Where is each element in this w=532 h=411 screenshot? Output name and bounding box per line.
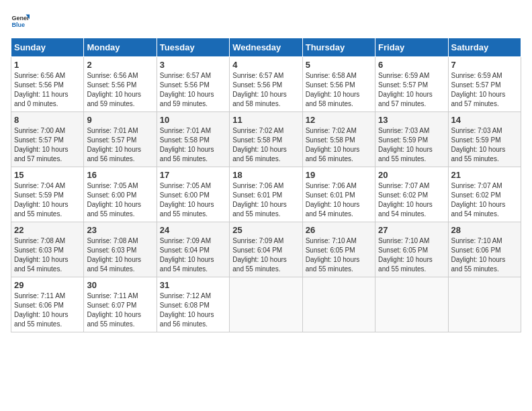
day-number: 15 [14, 170, 81, 180]
day-cell: 2 Sunrise: 6:56 AMSunset: 5:56 PMDayligh… [84, 57, 157, 112]
day-info: Sunrise: 7:10 AMSunset: 6:05 PMDaylight:… [378, 236, 445, 274]
day-number: 5 [306, 60, 372, 70]
day-cell: 24 Sunrise: 7:09 AMSunset: 6:04 PMDaylig… [157, 222, 229, 277]
day-number: 2 [87, 60, 153, 70]
svg-text:Blue: Blue [11, 21, 25, 28]
day-info: Sunrise: 7:09 AMSunset: 6:04 PMDaylight:… [160, 236, 226, 274]
day-info: Sunrise: 6:59 AMSunset: 5:57 PMDaylight:… [451, 71, 518, 109]
logo-icon: General Blue [11, 11, 30, 30]
day-info: Sunrise: 7:06 AMSunset: 6:01 PMDaylight:… [306, 181, 372, 219]
day-info: Sunrise: 7:11 AMSunset: 6:06 PMDaylight:… [14, 291, 81, 329]
day-cell [375, 277, 448, 332]
day-cell: 5 Sunrise: 6:58 AMSunset: 5:56 PMDayligh… [302, 57, 375, 112]
day-info: Sunrise: 7:03 AMSunset: 5:59 PMDaylight:… [378, 126, 445, 164]
day-header-wednesday: Wednesday [230, 38, 302, 57]
day-info: Sunrise: 7:06 AMSunset: 6:01 PMDaylight:… [232, 181, 299, 219]
day-header-sunday: Sunday [11, 38, 84, 57]
day-number: 16 [87, 170, 153, 180]
day-number: 18 [232, 170, 299, 180]
day-info: Sunrise: 7:07 AMSunset: 6:02 PMDaylight:… [378, 181, 445, 219]
day-number: 14 [451, 115, 518, 125]
day-cell: 13 Sunrise: 7:03 AMSunset: 5:59 PMDaylig… [375, 112, 448, 167]
day-info: Sunrise: 7:01 AMSunset: 5:57 PMDaylight:… [87, 126, 153, 164]
day-number: 11 [232, 115, 299, 125]
day-info: Sunrise: 7:03 AMSunset: 5:59 PMDaylight:… [451, 126, 518, 164]
day-number: 19 [306, 170, 372, 180]
day-info: Sunrise: 7:02 AMSunset: 5:58 PMDaylight:… [306, 126, 372, 164]
day-cell: 20 Sunrise: 7:07 AMSunset: 6:02 PMDaylig… [375, 167, 448, 222]
day-number: 8 [14, 115, 81, 125]
day-cell: 3 Sunrise: 6:57 AMSunset: 5:56 PMDayligh… [157, 57, 229, 112]
day-number: 1 [14, 60, 81, 70]
day-info: Sunrise: 6:59 AMSunset: 5:57 PMDaylight:… [378, 71, 445, 109]
day-cell: 1 Sunrise: 6:56 AMSunset: 5:56 PMDayligh… [11, 57, 84, 112]
day-cell: 18 Sunrise: 7:06 AMSunset: 6:01 PMDaylig… [230, 167, 302, 222]
day-cell: 16 Sunrise: 7:05 AMSunset: 6:00 PMDaylig… [84, 167, 157, 222]
day-number: 13 [378, 115, 445, 125]
day-info: Sunrise: 7:04 AMSunset: 5:59 PMDaylight:… [14, 181, 81, 219]
week-row-5: 29 Sunrise: 7:11 AMSunset: 6:06 PMDaylig… [11, 277, 521, 332]
day-cell: 8 Sunrise: 7:00 AMSunset: 5:57 PMDayligh… [11, 112, 84, 167]
week-row-1: 1 Sunrise: 6:56 AMSunset: 5:56 PMDayligh… [11, 57, 521, 112]
day-number: 20 [378, 170, 445, 180]
day-cell: 17 Sunrise: 7:05 AMSunset: 6:00 PMDaylig… [157, 167, 229, 222]
day-cell: 31 Sunrise: 7:12 AMSunset: 6:08 PMDaylig… [157, 277, 229, 332]
day-number: 28 [451, 225, 518, 235]
day-header-monday: Monday [84, 38, 157, 57]
calendar-table: SundayMondayTuesdayWednesdayThursdayFrid… [11, 38, 521, 332]
day-number: 6 [378, 60, 445, 70]
day-cell: 14 Sunrise: 7:03 AMSunset: 5:59 PMDaylig… [448, 112, 521, 167]
day-cell: 10 Sunrise: 7:01 AMSunset: 5:58 PMDaylig… [157, 112, 229, 167]
day-cell [230, 277, 302, 332]
day-number: 10 [160, 115, 226, 125]
day-header-saturday: Saturday [448, 38, 521, 57]
calendar-header-row: SundayMondayTuesdayWednesdayThursdayFrid… [11, 38, 521, 57]
day-number: 25 [232, 225, 299, 235]
day-cell: 29 Sunrise: 7:11 AMSunset: 6:06 PMDaylig… [11, 277, 84, 332]
day-number: 12 [306, 115, 372, 125]
day-info: Sunrise: 7:10 AMSunset: 6:06 PMDaylight:… [451, 236, 518, 274]
week-row-4: 22 Sunrise: 7:08 AMSunset: 6:03 PMDaylig… [11, 222, 521, 277]
day-number: 30 [87, 280, 153, 290]
day-cell: 12 Sunrise: 7:02 AMSunset: 5:58 PMDaylig… [302, 112, 375, 167]
day-cell: 25 Sunrise: 7:09 AMSunset: 6:04 PMDaylig… [230, 222, 302, 277]
day-header-tuesday: Tuesday [157, 38, 229, 57]
day-cell: 30 Sunrise: 7:11 AMSunset: 6:07 PMDaylig… [84, 277, 157, 332]
day-info: Sunrise: 6:56 AMSunset: 5:56 PMDaylight:… [14, 71, 81, 109]
day-number: 21 [451, 170, 518, 180]
day-info: Sunrise: 7:05 AMSunset: 6:00 PMDaylight:… [87, 181, 153, 219]
page-header: General Blue [11, 11, 521, 30]
day-number: 4 [232, 60, 299, 70]
day-info: Sunrise: 7:02 AMSunset: 5:58 PMDaylight:… [232, 126, 299, 164]
week-row-2: 8 Sunrise: 7:00 AMSunset: 5:57 PMDayligh… [11, 112, 521, 167]
day-cell: 15 Sunrise: 7:04 AMSunset: 5:59 PMDaylig… [11, 167, 84, 222]
day-info: Sunrise: 7:11 AMSunset: 6:07 PMDaylight:… [87, 291, 153, 329]
day-info: Sunrise: 6:58 AMSunset: 5:56 PMDaylight:… [306, 71, 372, 109]
day-info: Sunrise: 7:12 AMSunset: 6:08 PMDaylight:… [160, 291, 226, 329]
day-cell: 22 Sunrise: 7:08 AMSunset: 6:03 PMDaylig… [11, 222, 84, 277]
day-info: Sunrise: 7:09 AMSunset: 6:04 PMDaylight:… [232, 236, 299, 274]
day-number: 7 [451, 60, 518, 70]
day-info: Sunrise: 7:01 AMSunset: 5:58 PMDaylight:… [160, 126, 226, 164]
day-number: 3 [160, 60, 226, 70]
day-info: Sunrise: 7:08 AMSunset: 6:03 PMDaylight:… [14, 236, 81, 274]
day-number: 24 [160, 225, 226, 235]
day-info: Sunrise: 7:00 AMSunset: 5:57 PMDaylight:… [14, 126, 81, 164]
day-number: 22 [14, 225, 81, 235]
day-info: Sunrise: 6:57 AMSunset: 5:56 PMDaylight:… [232, 71, 299, 109]
day-info: Sunrise: 7:08 AMSunset: 6:03 PMDaylight:… [87, 236, 153, 274]
day-cell: 19 Sunrise: 7:06 AMSunset: 6:01 PMDaylig… [302, 167, 375, 222]
day-cell: 23 Sunrise: 7:08 AMSunset: 6:03 PMDaylig… [84, 222, 157, 277]
day-number: 31 [160, 280, 226, 290]
day-header-friday: Friday [375, 38, 448, 57]
day-cell: 4 Sunrise: 6:57 AMSunset: 5:56 PMDayligh… [230, 57, 302, 112]
day-header-thursday: Thursday [302, 38, 375, 57]
day-cell [448, 277, 521, 332]
day-info: Sunrise: 7:10 AMSunset: 6:05 PMDaylight:… [306, 236, 372, 274]
day-cell: 28 Sunrise: 7:10 AMSunset: 6:06 PMDaylig… [448, 222, 521, 277]
day-cell: 9 Sunrise: 7:01 AMSunset: 5:57 PMDayligh… [84, 112, 157, 167]
day-number: 27 [378, 225, 445, 235]
day-number: 23 [87, 225, 153, 235]
day-cell: 11 Sunrise: 7:02 AMSunset: 5:58 PMDaylig… [230, 112, 302, 167]
logo: General Blue [11, 11, 30, 30]
